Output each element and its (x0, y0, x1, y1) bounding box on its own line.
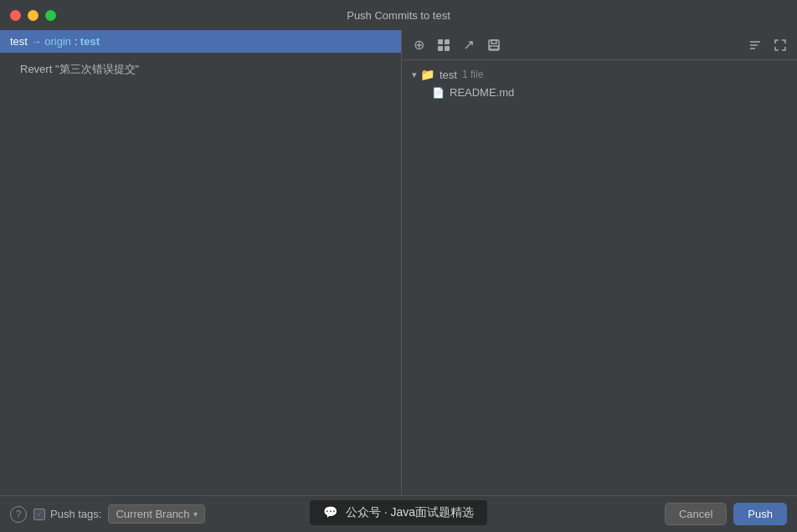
svg-rect-1 (445, 39, 450, 44)
files-toolbar: ⊕ (402, 30, 797, 60)
pin-icon[interactable]: ⊕ (409, 35, 429, 55)
commits-panel: test → origin : test Revert "第三次错误提交" (0, 30, 402, 495)
commit-branch-item[interactable]: test → origin : test (0, 30, 401, 53)
push-tags-group: Push tags: (33, 508, 101, 520)
window-controls[interactable] (10, 10, 56, 21)
bottom-right: Cancel Push (665, 503, 787, 525)
sort-icon[interactable] (745, 35, 765, 55)
dropdown-value: Current Branch (116, 508, 189, 520)
svg-rect-7 (490, 46, 498, 49)
main-content: test → origin : test Revert "第三次错误提交" ⊕ (0, 30, 797, 495)
files-panel: ⊕ (402, 30, 797, 495)
file-label: README.md (450, 86, 514, 99)
push-tags-label: Push tags: (50, 508, 101, 520)
branch-colon: : (75, 35, 80, 48)
svg-rect-5 (489, 40, 499, 50)
push-button[interactable]: Push (733, 503, 787, 525)
branch-arrow: → (31, 35, 45, 48)
chevron-down-icon: ▾ (193, 509, 198, 519)
tree-folder-item[interactable]: ▾ 📁 test 1 file (402, 65, 797, 84)
branch-name: test (80, 35, 100, 48)
minimize-button[interactable] (28, 10, 39, 21)
push-tags-checkbox[interactable] (33, 509, 45, 520)
maximize-button[interactable] (45, 10, 56, 21)
commit-message-item[interactable]: Revert "第三次错误提交" (0, 53, 401, 86)
folder-count: 1 file (462, 69, 483, 80)
svg-line-4 (465, 42, 472, 49)
svg-rect-3 (445, 46, 450, 51)
window-title: Push Commits to test (347, 9, 450, 22)
bottom-left: ? Push tags: Current Branch ▾ (10, 504, 205, 524)
commit-branch-text: test → origin : test (10, 35, 100, 48)
diff-icon[interactable] (459, 35, 479, 55)
cancel-button[interactable]: Cancel (665, 503, 727, 525)
chevron-down-icon: ▾ (412, 69, 417, 80)
svg-rect-6 (491, 40, 496, 43)
expand-icon[interactable] (770, 35, 790, 55)
files-tree: ▾ 📁 test 1 file 📄 README.md (402, 60, 797, 495)
close-button[interactable] (10, 10, 21, 21)
svg-rect-0 (438, 39, 443, 44)
folder-icon: 📁 (420, 68, 434, 81)
files-toolbar-right (745, 35, 790, 55)
svg-rect-2 (438, 46, 443, 51)
tree-file-item[interactable]: 📄 README.md (402, 84, 797, 101)
grid-icon[interactable] (434, 35, 454, 55)
bottom-bar: ? Push tags: Current Branch ▾ Cancel Pus… (0, 495, 797, 532)
files-toolbar-left: ⊕ (409, 35, 504, 55)
save-icon[interactable] (484, 35, 504, 55)
title-bar: Push Commits to test (0, 0, 797, 30)
folder-label: test (440, 69, 457, 81)
branch-origin: origin (44, 35, 71, 48)
help-button[interactable]: ? (10, 506, 27, 523)
file-icon: 📄 (432, 87, 445, 99)
current-branch-dropdown[interactable]: Current Branch ▾ (108, 504, 204, 524)
branch-prefix: test (10, 35, 31, 48)
commit-message-text: Revert "第三次错误提交" (10, 58, 149, 81)
